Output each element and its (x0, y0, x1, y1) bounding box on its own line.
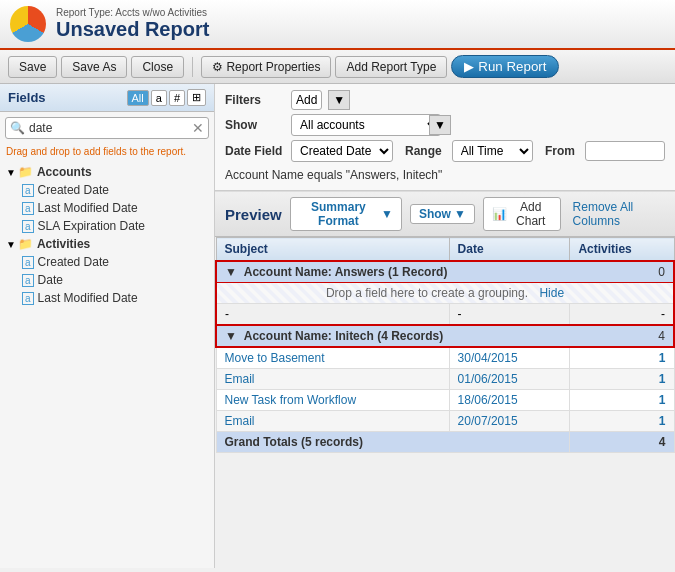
table-header-row: Subject Date Activities (216, 238, 674, 262)
subject-cell[interactable]: Email (216, 411, 449, 432)
field-icon: a (22, 220, 34, 233)
drop-hint-text: Drop a field here to create a grouping. (326, 286, 528, 300)
accounts-last-modified-date[interactable]: a Last Modified Date (0, 199, 214, 217)
folder-icon: 📁 (18, 237, 33, 251)
expand-icon-2[interactable]: ▼ (225, 329, 237, 343)
expand-icon[interactable]: ▼ (225, 265, 237, 279)
spacer-cell2: - (449, 304, 570, 326)
report-properties-button[interactable]: ⚙ Report Properties (201, 56, 331, 78)
spacer-cell: - (216, 304, 449, 326)
date-field-select[interactable]: Created Date (291, 140, 393, 162)
date-field-label: Date Field (225, 144, 285, 158)
col-subject: Subject (216, 238, 449, 262)
group-2-label: Account Name: Initech (4 Records) (244, 329, 443, 343)
run-report-button[interactable]: ▶ Run Report (451, 55, 559, 78)
toolbar: Save Save As Close ⚙ Report Properties A… (0, 50, 675, 84)
table-row: Email 20/07/2015 1 (216, 411, 674, 432)
add-dropdown-arrow[interactable]: ▼ (328, 90, 350, 110)
filter-buttons: All a # ⊞ (127, 89, 206, 106)
col-date: Date (449, 238, 570, 262)
filters-label: Filters (225, 93, 285, 107)
page-title: Unsaved Report (56, 18, 209, 41)
show-label: Show (225, 118, 285, 132)
filter-hash-btn[interactable]: # (169, 90, 185, 106)
clear-search-icon[interactable]: ✕ (192, 120, 204, 136)
accounts-created-date[interactable]: a Created Date (0, 181, 214, 199)
activities-group: ▼ 📁 Activities a Created Date a Date a L… (0, 235, 214, 307)
close-button[interactable]: Close (131, 56, 184, 78)
filter-grid-btn[interactable]: ⊞ (187, 89, 206, 106)
group-2-count: 4 (570, 325, 674, 347)
subject-cell[interactable]: New Task from Workflow (216, 390, 449, 411)
app-logo (10, 6, 46, 42)
activities-date[interactable]: a Date (0, 271, 214, 289)
data-table: Subject Date Activities ▼ Account Name: … (215, 237, 675, 453)
fields-header: Fields All a # ⊞ (0, 84, 214, 112)
range-select[interactable]: All Time (452, 140, 533, 162)
field-icon: a (22, 274, 34, 287)
folder-icon: 📁 (18, 165, 33, 179)
activities-created-date[interactable]: a Created Date (0, 253, 214, 271)
expand-icon: ▼ (6, 239, 16, 250)
date-cell: 20/07/2015 (449, 411, 570, 432)
add-chart-btn[interactable]: 📊 Add Chart (483, 197, 561, 231)
field-label: Last Modified Date (38, 201, 138, 215)
activities-cell[interactable]: 1 (570, 411, 674, 432)
hide-link[interactable]: Hide (539, 286, 564, 300)
subject-cell[interactable]: Email (216, 369, 449, 390)
show-btn[interactable]: Show ▼ (410, 204, 475, 224)
subject-cell[interactable]: Move to Basement (216, 347, 449, 369)
accounts-group-header[interactable]: ▼ 📁 Accounts (0, 163, 214, 181)
from-input[interactable] (585, 141, 665, 161)
search-input[interactable] (29, 121, 192, 135)
search-icon: 🔍 (10, 121, 25, 135)
save-as-button[interactable]: Save As (61, 56, 127, 78)
table-container: Subject Date Activities ▼ Account Name: … (215, 237, 675, 568)
group-2-header-row: ▼ Account Name: Initech (4 Records) 4 (216, 325, 674, 347)
accounts-group: ▼ 📁 Accounts a Created Date a Last Modif… (0, 163, 214, 235)
field-label: Created Date (38, 183, 109, 197)
search-box: 🔍 ✕ (5, 117, 209, 139)
header-text: Report Type: Accts w/wo Activities Unsav… (56, 7, 209, 41)
add-filter-btn[interactable]: Add (291, 90, 322, 110)
separator (192, 57, 193, 77)
filters-area: Filters Add ▼ Show All accounts ▼ Date F… (215, 84, 675, 191)
show-arrow[interactable]: ▼ (429, 115, 451, 135)
activities-group-header[interactable]: ▼ 📁 Activities (0, 235, 214, 253)
filter-all-btn[interactable]: All (127, 90, 149, 106)
fields-tree: ▼ 📁 Accounts a Created Date a Last Modif… (0, 159, 214, 568)
add-report-type-button[interactable]: Add Report Type (335, 56, 447, 78)
filter-a-btn[interactable]: a (151, 90, 167, 106)
field-icon: a (22, 292, 34, 305)
accounts-sla-expiration-date[interactable]: a SLA Expiration Date (0, 217, 214, 235)
field-icon: a (22, 202, 34, 215)
summary-format-btn[interactable]: Summary Format ▼ (290, 197, 402, 231)
grand-total-label: Grand Totals (5 records) (216, 432, 570, 453)
show-arrow-icon: ▼ (454, 207, 466, 221)
table-row: Move to Basement 30/04/2015 1 (216, 347, 674, 369)
show-select[interactable]: All accounts (291, 114, 441, 136)
activities-label: Activities (37, 237, 90, 251)
drag-hint: Drag and drop to add fields to the repor… (0, 144, 214, 159)
right-panel: Filters Add ▼ Show All accounts ▼ Date F… (215, 84, 675, 568)
table-row: Email 01/06/2015 1 (216, 369, 674, 390)
field-label: Last Modified Date (38, 291, 138, 305)
report-type-label: Report Type: Accts w/wo Activities (56, 7, 209, 18)
filter-condition: Account Name equals "Answers, Initech" (225, 166, 665, 184)
remove-all-columns-link[interactable]: Remove All Columns (573, 200, 665, 228)
group-1-label: Account Name: Answers (1 Record) (244, 265, 448, 279)
field-label: Created Date (38, 255, 109, 269)
fields-panel: Fields All a # ⊞ 🔍 ✕ Drag and drop to ad… (0, 84, 215, 568)
drop-hint-cell: Drop a field here to create a grouping. … (216, 283, 674, 304)
activities-cell[interactable]: 1 (570, 369, 674, 390)
spacer-cell3: - (570, 304, 674, 326)
summary-format-arrow: ▼ (381, 207, 393, 221)
field-label: Date (38, 273, 63, 287)
chart-icon: 📊 (492, 207, 507, 221)
activities-last-modified-date[interactable]: a Last Modified Date (0, 289, 214, 307)
save-button[interactable]: Save (8, 56, 57, 78)
activities-cell[interactable]: 1 (570, 390, 674, 411)
main-layout: Fields All a # ⊞ 🔍 ✕ Drag and drop to ad… (0, 84, 675, 568)
activities-cell[interactable]: 1 (570, 347, 674, 369)
preview-title: Preview (225, 206, 282, 223)
